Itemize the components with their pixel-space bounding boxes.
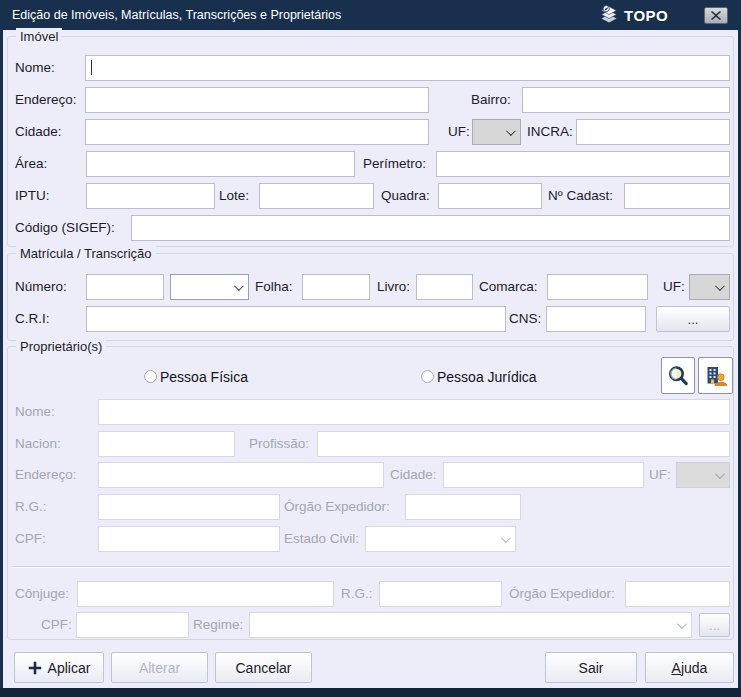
conjuge-cpf-label: CPF: [41,612,72,638]
imovel-endereco-input[interactable] [85,87,429,113]
sair-button[interactable]: Sair [545,652,637,683]
group-imovel: Imóvel Nome: Endereço: Bairro: Cidade: U… [7,36,734,247]
conjuge-rg-label: R.G.: [341,581,373,607]
prop-profissao-label: Profissão: [249,431,309,457]
ajuda-button[interactable]: Ajuda [645,652,734,683]
imovel-codigo-sigef-input[interactable] [131,215,730,241]
pessoa-juridica-radio[interactable] [421,370,434,383]
matricula-uf-label: UF: [663,274,685,300]
imovel-cidade-input[interactable] [85,119,429,145]
imovel-bairro-input[interactable] [522,87,730,113]
building-person-icon [704,364,728,388]
topo-logo: TOPO [597,3,668,27]
imovel-codigo-sigef-label: Código (SIGEF): [15,215,115,241]
imovel-lote-input[interactable] [259,183,374,209]
imovel-bairro-label: Bairro: [471,87,511,113]
imovel-quadra-input[interactable] [438,183,542,209]
prop-estado-civil-label: Estado Civil: [284,526,359,552]
pessoa-juridica-label: Pessoa Jurídica [437,367,537,387]
alterar-button[interactable]: Alterar [111,652,208,683]
imovel-uf-label: UF: [448,119,470,145]
prop-profissao-input[interactable] [317,431,730,457]
matricula-cns-label: CNS: [509,306,541,332]
matricula-folha-label: Folha: [255,274,293,300]
conjuge-orgao-expedidor-label: Órgão Expedidor: [509,581,615,607]
imovel-ncadast-label: Nº Cadast: [548,183,613,209]
matricula-cri-label: C.R.I: [15,306,50,332]
dialog-body: Imóvel Nome: Endereço: Bairro: Cidade: U… [3,30,738,688]
regime-label: Regime: [193,612,243,638]
imovel-nome-label: Nome: [15,55,55,81]
conjuge-input[interactable] [77,581,334,607]
imovel-uf-select[interactable] [472,119,521,145]
imovel-iptu-input[interactable] [86,183,215,209]
group-matricula-legend: Matrícula / Transcrição [16,245,156,262]
matricula-comarca-input[interactable] [547,274,648,300]
sair-button-label: Sair [579,660,604,676]
title-bar: Edição de Imóveis, Matrículas, Transcriç… [0,0,741,30]
magnifier-icon [666,364,690,388]
imovel-ncadast-input[interactable] [624,183,730,209]
topo-logo-text: TOPO [624,7,668,24]
prop-uf-select[interactable] [676,462,730,488]
prop-rg-input[interactable] [98,494,280,520]
imovel-incra-input[interactable] [576,119,730,145]
prop-nacion-input[interactable] [98,431,235,457]
imovel-area-label: Área: [15,151,47,177]
imovel-perimetro-input[interactable] [436,151,730,177]
close-button[interactable] [704,7,728,24]
prop-orgao-expedidor-label: Órgão Expedidor: [284,494,390,520]
chevron-down-icon [715,469,725,479]
prop-uf-label: UF: [649,462,671,488]
group-proprietario-legend: Proprietário(s) [16,338,106,355]
imovel-iptu-label: IPTU: [15,183,50,209]
conjuge-cpf-input[interactable] [76,612,189,638]
pessoa-fisica-radio[interactable] [144,370,157,383]
imovel-lote-label: Lote: [219,183,249,209]
aplicar-button[interactable]: Aplicar [14,652,104,683]
ajuda-button-label: Ajuda [672,660,708,676]
matricula-uf-select[interactable] [689,274,730,300]
imovel-perimetro-label: Perímetro: [363,151,426,177]
matricula-browse-button[interactable]: ... [656,306,730,332]
matricula-numero-input[interactable] [86,274,164,300]
prop-estado-civil-select[interactable] [365,526,516,552]
matricula-livro-input[interactable] [416,274,473,300]
chevron-down-icon [234,281,244,291]
matricula-cns-input[interactable] [546,306,646,332]
prop-endereco-label: Endereço: [15,462,77,488]
add-owner-button[interactable] [698,357,733,394]
matricula-cri-input[interactable] [86,306,506,332]
matricula-tipo-select[interactable] [170,274,249,300]
alterar-button-label: Alterar [139,660,180,676]
aplicar-button-label: Aplicar [48,660,91,676]
chevron-down-icon [506,126,516,136]
plus-icon [28,661,42,675]
search-owner-button[interactable] [661,357,695,394]
chevron-down-icon [677,619,687,629]
cancelar-button-label: Cancelar [235,660,291,676]
prop-nome-label: Nome: [15,399,55,425]
conjuge-orgao-expedidor-input[interactable] [625,581,730,607]
imovel-nome-input[interactable] [85,55,730,81]
matricula-folha-input[interactable] [302,274,370,300]
dialog-window: Edição de Imóveis, Matrículas, Transcriç… [0,0,741,697]
prop-nome-input[interactable] [98,399,730,425]
regime-select[interactable] [249,612,692,638]
imovel-area-input[interactable] [86,151,355,177]
matricula-numero-label: Número: [15,274,67,300]
prop-cpf-input[interactable] [98,526,280,552]
regime-browse-button[interactable]: ... [699,613,730,637]
prop-cidade-input[interactable] [443,462,644,488]
prop-nacion-label: Nacion: [15,431,61,457]
matricula-comarca-label: Comarca: [479,274,538,300]
conjuge-rg-input[interactable] [379,581,502,607]
cancelar-button[interactable]: Cancelar [215,652,312,683]
prop-endereco-input[interactable] [98,462,384,488]
prop-orgao-expedidor-input[interactable] [405,494,521,520]
prop-cpf-label: CPF: [15,526,46,552]
pessoa-fisica-label: Pessoa Física [160,367,248,387]
imovel-incra-label: INCRA: [527,119,573,145]
text-caret [91,60,92,75]
topo-layers-icon [597,3,621,27]
